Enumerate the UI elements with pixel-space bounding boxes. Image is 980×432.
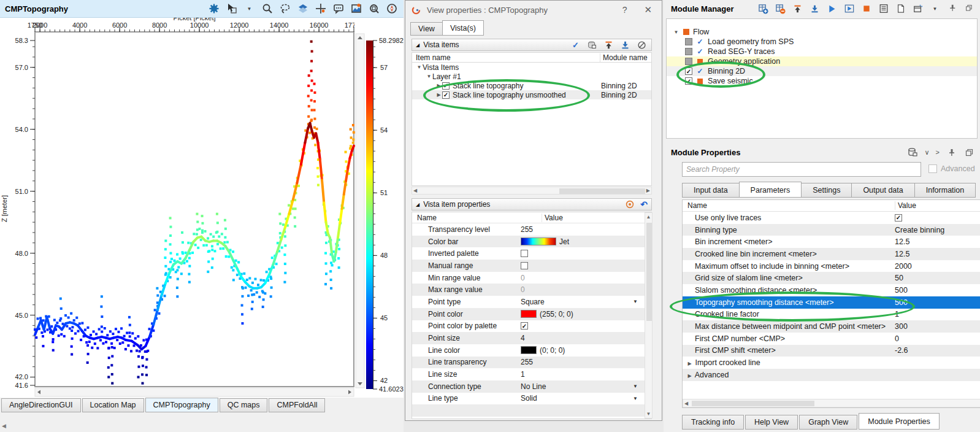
compass-icon[interactable] — [386, 3, 397, 15]
expander-closed-icon[interactable]: ▶ — [435, 83, 442, 88]
jet-palette-swatch[interactable] — [521, 237, 556, 245]
comment-icon[interactable] — [332, 3, 344, 15]
param-row-bin-increment-meter-[interactable]: Bin increment <meter>12.5 — [683, 236, 980, 248]
expander-closed-icon[interactable]: ▶ — [686, 373, 693, 379]
run-selected-icon[interactable] — [843, 3, 855, 15]
target-icon[interactable] — [624, 199, 635, 210]
zoom-icon[interactable] — [261, 3, 273, 15]
module-row-read-seg-y-traces[interactable]: ✓Read SEG-Y traces — [667, 47, 977, 56]
dropdown-caret[interactable]: ▼ — [243, 3, 255, 15]
scroll-down-icon[interactable]: ▼ — [646, 411, 651, 417]
param-row-maximum-offset-to-include-in-binning-meter-[interactable]: Maximum offset to include in binning <me… — [683, 260, 980, 272]
module-row-binning-2d[interactable]: ✓✓Binning 2D — [667, 66, 977, 76]
parameters-hscrollbar[interactable]: ◀ ▶ — [683, 399, 980, 407]
property-row-point-color[interactable]: Point color(255; 0; 0) — [412, 308, 651, 320]
view-tab-cmptopography[interactable]: CMPTopography — [145, 398, 218, 412]
save-db-icon[interactable] — [907, 147, 919, 158]
dock-tab-tracking-info[interactable]: Tracking info — [682, 415, 744, 430]
expander-closed-icon[interactable]: ▶ — [435, 92, 442, 98]
remove-module-icon[interactable] — [775, 3, 786, 15]
param-row-crooked-line-bin-increment-meter-[interactable]: Crooked line bin increment <meter>12.5 — [683, 248, 980, 260]
module-checkbox-checked[interactable]: ✓ — [685, 68, 692, 75]
flow-root-row[interactable]: ▼Flow — [667, 27, 977, 37]
chevron-right-icon[interactable]: > — [936, 148, 940, 156]
dialog-tab-view[interactable]: View — [410, 22, 443, 36]
property-row-min-range-value[interactable]: Min range value0 — [412, 272, 651, 284]
property-row-line-type[interactable]: Line typeSolid▼ — [412, 393, 651, 405]
param-row-advanced[interactable]: ▶ Advanced — [683, 369, 980, 381]
scroll-up-icon[interactable]: ▲ — [646, 214, 651, 220]
dialog-tab-vistas[interactable]: Vista(s) — [442, 20, 484, 36]
module-row-load-geometry-from-sps[interactable]: ✓Load geometry from SPS — [667, 37, 977, 47]
property-row-point-type[interactable]: Point typeSquare▼ — [412, 296, 651, 308]
run-icon[interactable] — [826, 3, 838, 15]
float-icon[interactable] — [963, 3, 975, 15]
value-checkbox-checked[interactable]: ✓ — [895, 214, 902, 222]
pointer-select-icon[interactable] — [226, 3, 237, 15]
property-row-inverted-palette[interactable]: Inverted palette — [412, 247, 651, 260]
value-checkbox-unchecked[interactable] — [521, 250, 528, 257]
param-row-import-crooked-line[interactable]: ▶ Import crooked line — [683, 357, 980, 369]
param-row-max-distance-between-midpoint-and-cmp-point-meter-[interactable]: Max distance between midpoint and CMP po… — [683, 320, 980, 333]
advanced-checkbox[interactable]: Advanced — [928, 164, 975, 173]
param-row-crooked-line-factor[interactable]: Crooked line factor1 — [683, 309, 980, 321]
tab-output-data[interactable]: Output data — [851, 183, 914, 198]
add-module-icon[interactable] — [757, 3, 769, 15]
item-checkbox[interactable]: ✓ — [442, 82, 450, 90]
param-row-first-cmp-shift-meter-[interactable]: First CMP shift <meter>-2.6 — [683, 345, 980, 357]
dropdown-arrow-icon[interactable]: ▼ — [633, 396, 638, 401]
tree-row-vista-items[interactable]: ▼Vista Items — [412, 63, 651, 72]
module-checkbox-disabled[interactable] — [685, 48, 692, 55]
item-checkbox[interactable]: ✓ — [442, 91, 450, 99]
property-row-max-range-value[interactable]: Max range value0 — [412, 284, 651, 296]
report-icon[interactable] — [878, 3, 889, 15]
pin-icon[interactable] — [946, 3, 958, 15]
tab-parameters[interactable]: Parameters — [739, 182, 802, 198]
tree-row-stack-line-topography[interactable]: ▶✓Stack line topographyBinning 2D — [412, 81, 651, 90]
image-export-icon[interactable] — [350, 3, 362, 15]
value-checkbox-checked[interactable]: ✓ — [521, 322, 528, 330]
expander-open-icon[interactable]: ▼ — [673, 29, 679, 35]
chevron-down-icon[interactable]: ∨ — [925, 148, 930, 156]
param-row-grid-size-of-slalom-line-meter-[interactable]: Grid size of slalom line <meter>50 — [683, 272, 980, 284]
help-button[interactable]: ? — [614, 5, 636, 15]
expander-closed-icon[interactable]: ▶ — [686, 361, 693, 366]
pin-icon[interactable] — [946, 147, 957, 158]
apply-check-icon[interactable]: ✓ — [570, 39, 581, 51]
scroll-left-icon[interactable]: ◀ — [684, 401, 688, 406]
settings-gear-icon[interactable] — [208, 3, 220, 15]
move-down-icon[interactable] — [809, 3, 821, 15]
move-up-icon[interactable] — [603, 39, 614, 51]
vista-item-properties-header[interactable]: ◢ Vista item properties ↶ — [412, 198, 652, 210]
property-row-transparency-level[interactable]: Transparency level255 — [412, 223, 651, 236]
properties-vscrollbar[interactable]: ▲ ▼ — [645, 212, 653, 418]
param-row-slalom-smoothing-distance-meter-[interactable]: Slalom smoothing distance <meter>500 — [683, 284, 980, 296]
property-row-line-color[interactable]: Line color(0; 0; 0) — [412, 344, 651, 357]
move-down-icon[interactable] — [619, 39, 631, 51]
float-icon[interactable] — [963, 147, 975, 158]
dock-tab-help-view[interactable]: Help View — [745, 415, 798, 430]
property-row-line-size[interactable]: Line size1 — [412, 368, 651, 380]
tab-settings[interactable]: Settings — [801, 183, 852, 198]
dock-tab-graph-view[interactable]: Graph View — [799, 415, 857, 430]
param-row-first-cmp-number-cmp-[interactable]: First CMP number <CMP>0 — [683, 333, 980, 345]
expander-open-icon[interactable]: ▼ — [416, 64, 423, 70]
dropdown-arrow-icon[interactable]: ▼ — [633, 384, 638, 389]
lasso-icon[interactable] — [279, 3, 291, 15]
vista-items-section-header[interactable]: ◢ Vista items ✓ — [412, 39, 652, 51]
close-button[interactable]: ✕ — [640, 4, 662, 15]
param-row-binning-type[interactable]: Binning typeCreate binning — [683, 224, 980, 236]
move-up-icon[interactable] — [792, 3, 803, 15]
color-swatch[interactable] — [521, 346, 537, 354]
crosshair-icon[interactable] — [315, 3, 326, 15]
undo-icon[interactable]: ↶ — [640, 199, 648, 209]
dock-tab-module-properties[interactable]: Module Properties — [859, 413, 939, 430]
clipboard-icon[interactable] — [895, 3, 906, 15]
vista-tree-hscrollbar[interactable]: ◀ ▶ — [412, 187, 652, 195]
layers-icon[interactable] — [297, 3, 308, 15]
color-swatch[interactable] — [521, 310, 537, 318]
outer-scroll-left-arrow[interactable]: ◀ — [0, 422, 8, 430]
advanced-checkbox-box[interactable] — [928, 164, 937, 173]
tab-input-data[interactable]: Input data — [682, 183, 740, 198]
module-row-save-seismic[interactable]: ✓Save seismic — [667, 76, 977, 86]
